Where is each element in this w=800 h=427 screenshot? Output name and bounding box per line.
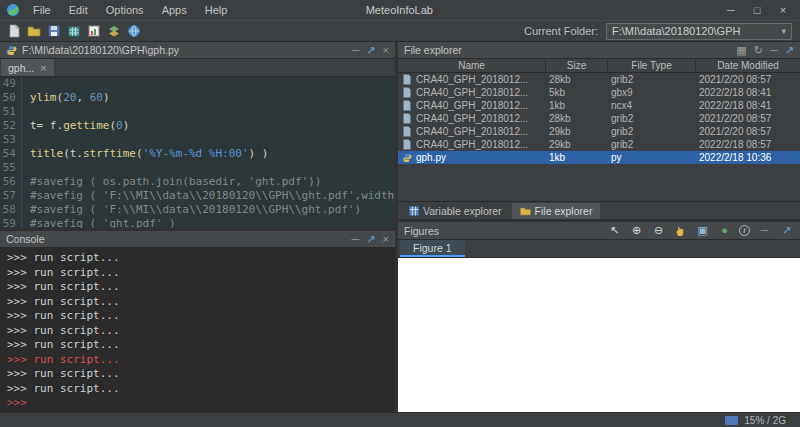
- console-panel: Console ─ ↗ × >>> run script...>>> run s…: [0, 231, 395, 412]
- window-controls: ─ □ ×: [718, 4, 796, 16]
- code-text: title(t.strftime('%Y-%m-%d %H:00') ): [22, 147, 268, 161]
- file-size: 1kb: [546, 152, 608, 163]
- open-script-icon[interactable]: [25, 23, 42, 40]
- pan-hand-icon[interactable]: [673, 225, 688, 237]
- tab-label: File explorer: [535, 205, 593, 217]
- window-minimize-icon[interactable]: ─: [718, 4, 744, 16]
- info-icon[interactable]: i: [739, 225, 750, 236]
- column-header-size[interactable]: Size: [546, 59, 608, 72]
- file-size: 5kb: [546, 87, 608, 98]
- file-row[interactable]: CRA40_GPH_2018012...5kbgbx92022/2/18 08:…: [398, 86, 800, 99]
- code-line[interactable]: 59#savefig ( 'ght.pdf' ): [0, 217, 395, 228]
- code-token: (t.: [63, 147, 83, 160]
- select-cursor-icon[interactable]: ↖: [607, 224, 622, 237]
- code-token: title: [30, 147, 63, 160]
- tab-variable-explorer[interactable]: Variable explorer: [401, 203, 510, 219]
- file-row[interactable]: CRA40_GPH_2018012...28kbgrib22021/2/20 0…: [398, 112, 800, 125]
- close-icon[interactable]: ×: [383, 233, 389, 245]
- code-line[interactable]: 53: [0, 133, 395, 147]
- figures-title-bar: Figures ↖⊕⊖▣●i─↗: [398, 222, 800, 240]
- minimize-icon[interactable]: ─: [757, 224, 772, 237]
- file-type: grib2: [608, 113, 696, 124]
- file-date: 2021/2/20 08:57: [696, 74, 800, 85]
- console-output[interactable]: >>> run script...>>> run script...>>> ru…: [0, 248, 395, 412]
- minimize-icon[interactable]: ─: [352, 233, 360, 245]
- file-name: CRA40_GPH_2018012...: [416, 126, 546, 137]
- column-header-file-type[interactable]: File Type: [608, 59, 696, 72]
- code-line[interactable]: 51: [0, 105, 395, 119]
- current-folder-combobox[interactable]: F:\MI\data\20180120\GPH ▾: [606, 23, 792, 40]
- code-text: ylim(20, 60): [22, 91, 110, 105]
- new-figure-icon[interactable]: [85, 23, 102, 40]
- code-text: #savefig ( 'F:\\MI\\data\\20180120\\GPH\…: [22, 189, 395, 203]
- menu-apps[interactable]: Apps: [153, 4, 196, 16]
- editor-tab-label: gph...: [8, 62, 34, 74]
- code-token: 60: [90, 91, 103, 104]
- file-row[interactable]: CRA40_GPH_2018012...29kbgrib22021/2/20 0…: [398, 125, 800, 138]
- menu-help[interactable]: Help: [196, 4, 237, 16]
- window-maximize-icon[interactable]: □: [744, 4, 770, 16]
- menu-edit[interactable]: Edit: [60, 4, 97, 16]
- float-icon[interactable]: ↗: [785, 44, 794, 57]
- new-script-icon[interactable]: [5, 23, 22, 40]
- code-line[interactable]: 55: [0, 161, 395, 175]
- column-header-name[interactable]: Name: [398, 59, 546, 72]
- console-line: >>> run script...: [7, 280, 388, 295]
- column-header-date-modified[interactable]: Date Modified: [696, 59, 800, 72]
- line-number: 58: [0, 203, 22, 217]
- minimize-icon[interactable]: ─: [770, 44, 778, 56]
- close-icon[interactable]: ×: [383, 44, 389, 56]
- tab-file-explorer[interactable]: File explorer: [512, 203, 601, 219]
- zoom-in-icon[interactable]: ⊕: [629, 224, 644, 237]
- tab-figure-1[interactable]: Figure 1: [400, 240, 465, 257]
- float-icon[interactable]: ↗: [779, 224, 794, 237]
- console-line: >>> run script...: [7, 295, 388, 310]
- figure-canvas[interactable]: [398, 258, 800, 412]
- file-row[interactable]: gph.py1kbpy2022/2/18 10:36: [398, 151, 800, 164]
- layers-icon[interactable]: [105, 23, 122, 40]
- code-line[interactable]: 50ylim(20, 60): [0, 91, 395, 105]
- code-line[interactable]: 54title(t.strftime('%Y-%m-%d %H:00') ): [0, 147, 395, 161]
- minimize-icon[interactable]: ─: [352, 44, 360, 56]
- code-line[interactable]: 52t= f.gettime(0): [0, 119, 395, 133]
- code-editor[interactable]: 4950ylim(20, 60)5152t= f.gettime(0)5354t…: [0, 77, 395, 228]
- code-text: #savefig ( 'ght.pdf' ): [22, 217, 176, 228]
- file-type: ncx4: [608, 100, 696, 111]
- globe-icon[interactable]: ●: [717, 224, 732, 237]
- console-line: >>> run script...: [7, 382, 388, 397]
- line-number: 53: [0, 133, 22, 147]
- save-icon[interactable]: [45, 23, 62, 40]
- file-name: CRA40_GPH_2018012...: [416, 87, 546, 98]
- zoom-out-icon[interactable]: ⊖: [651, 224, 666, 237]
- file-row[interactable]: CRA40_GPH_2018012...1kbncx42022/2/18 08:…: [398, 99, 800, 112]
- file-row[interactable]: CRA40_GPH_2018012...28kbgrib22021/2/20 0…: [398, 73, 800, 86]
- globe-toolbar-icon[interactable]: [125, 23, 142, 40]
- file-size: 1kb: [546, 100, 608, 111]
- current-folder-value: F:\MI\data\20180120\GPH: [612, 25, 740, 37]
- float-icon[interactable]: ↗: [366, 233, 375, 246]
- code-token: 20: [63, 91, 76, 104]
- file-date: 2022/2/18 08:41: [696, 87, 800, 98]
- float-icon[interactable]: ↗: [366, 44, 375, 57]
- tab-close-icon[interactable]: ×: [40, 62, 46, 74]
- file-name: CRA40_GPH_2018012...: [416, 100, 546, 111]
- file-date: 2022/2/18 10:36: [696, 152, 800, 163]
- code-line[interactable]: 57#savefig ( 'F:\\MI\\data\\20180120\\GP…: [0, 189, 395, 203]
- code-line[interactable]: 49: [0, 77, 395, 91]
- menu-options[interactable]: Options: [97, 4, 153, 16]
- file-size: 28kb: [546, 113, 608, 124]
- open-data-icon[interactable]: [65, 23, 82, 40]
- full-extent-icon[interactable]: ▣: [695, 224, 710, 237]
- tab-gph-py[interactable]: gph... ×: [1, 59, 54, 76]
- console-line: >>> run script...: [7, 367, 388, 382]
- code-line[interactable]: 58#savefig ( 'F:\\MI\\data\\20180120\\GP…: [0, 203, 395, 217]
- window-close-icon[interactable]: ×: [770, 4, 796, 16]
- file-row[interactable]: CRA40_GPH_2018012...29kbgrib22022/2/18 0…: [398, 138, 800, 151]
- console-line: >>> run script...: [7, 266, 388, 281]
- code-line[interactable]: 56#savefig ( os.path.join(basedir, 'ght.…: [0, 175, 395, 189]
- refresh-icon[interactable]: ↻: [754, 44, 763, 57]
- grid-view-icon[interactable]: ▦: [736, 44, 746, 57]
- menu-file[interactable]: File: [24, 4, 60, 16]
- file-name: CRA40_GPH_2018012...: [416, 74, 546, 85]
- editor-title-bar: F:\MI\data\20180120\GPH\gph.py ─ ↗ ×: [0, 42, 395, 59]
